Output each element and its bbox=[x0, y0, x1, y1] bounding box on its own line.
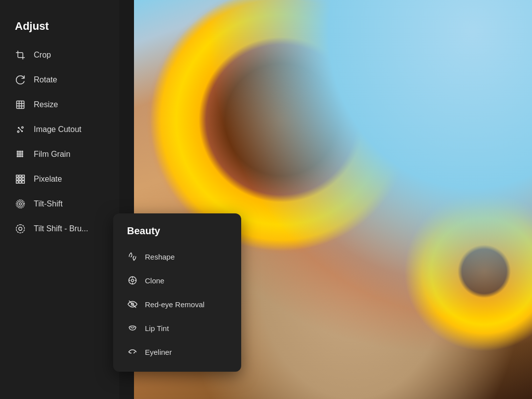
tilt-shift-icon bbox=[15, 199, 26, 209]
sidebar-title: Adjust bbox=[0, 0, 119, 43]
svg-point-17 bbox=[20, 156, 21, 157]
svg-rect-25 bbox=[16, 181, 18, 183]
svg-point-11 bbox=[17, 154, 18, 155]
sidebar-item-tilt-shift[interactable]: Tilt-Shift bbox=[0, 192, 119, 216]
sidebar-item-rotate[interactable]: Rotate bbox=[0, 67, 119, 92]
svg-point-12 bbox=[19, 154, 20, 155]
svg-point-28 bbox=[19, 203, 22, 205]
resize-icon bbox=[15, 99, 26, 110]
beauty-label-red-eye: Red-eye Removal bbox=[145, 300, 204, 309]
svg-point-15 bbox=[17, 156, 18, 157]
beauty-item-reshape[interactable]: Reshape bbox=[113, 245, 241, 268]
tilt-shift-brush-icon bbox=[15, 223, 26, 234]
clone-icon bbox=[127, 275, 138, 286]
sidebar-label-resize: Resize bbox=[34, 100, 58, 109]
sidebar-label-film-grain: Film Grain bbox=[34, 150, 70, 159]
rotate-icon bbox=[15, 74, 26, 85]
sidebar: Adjust Crop Rotate Resize Image Cutout bbox=[0, 0, 119, 399]
sidebar-item-resize[interactable]: Resize bbox=[0, 92, 119, 117]
eyeliner-icon bbox=[127, 346, 138, 357]
beauty-label-eyeliner: Eyeliner bbox=[145, 348, 172, 356]
pixelate-icon bbox=[15, 174, 26, 185]
sidebar-item-image-cutout[interactable]: Image Cutout bbox=[0, 117, 119, 142]
svg-point-7 bbox=[17, 153, 18, 154]
svg-point-8 bbox=[19, 153, 20, 154]
beauty-panel: Beauty Reshape Clone bbox=[113, 213, 241, 372]
lip-tint-icon bbox=[127, 323, 138, 333]
sidebar-label-tilt-shift: Tilt-Shift bbox=[34, 200, 63, 208]
beauty-item-eyeliner[interactable]: Eyeliner bbox=[113, 340, 241, 364]
beauty-item-clone[interactable]: Clone bbox=[113, 268, 241, 292]
svg-rect-20 bbox=[19, 175, 21, 177]
beauty-label-lip-tint: Lip Tint bbox=[145, 324, 169, 332]
svg-rect-0 bbox=[17, 101, 24, 109]
beauty-title: Beauty bbox=[113, 225, 241, 245]
svg-point-14 bbox=[22, 154, 23, 155]
film-grain-icon bbox=[15, 149, 26, 160]
svg-point-33 bbox=[132, 279, 134, 282]
svg-point-18 bbox=[22, 156, 23, 157]
svg-rect-26 bbox=[19, 181, 21, 183]
sidebar-item-crop[interactable]: Crop bbox=[0, 43, 119, 67]
cutout-icon bbox=[15, 124, 26, 135]
svg-point-10 bbox=[22, 153, 23, 154]
sidebar-label-tilt-shift-brush: Tilt Shift - Bru... bbox=[34, 224, 88, 233]
sidebar-label-image-cutout: Image Cutout bbox=[34, 125, 81, 134]
svg-rect-24 bbox=[22, 178, 24, 180]
svg-point-4 bbox=[19, 151, 20, 152]
svg-rect-21 bbox=[22, 175, 24, 177]
svg-point-16 bbox=[19, 156, 20, 157]
sidebar-item-film-grain[interactable]: Film Grain bbox=[0, 142, 119, 167]
sidebar-label-crop: Crop bbox=[34, 51, 51, 60]
sidebar-item-pixelate[interactable]: Pixelate bbox=[0, 167, 119, 192]
sidebar-label-rotate: Rotate bbox=[34, 75, 57, 84]
reshape-icon bbox=[127, 251, 138, 262]
beauty-item-red-eye[interactable]: Red-eye Removal bbox=[113, 292, 241, 316]
svg-point-9 bbox=[20, 153, 21, 154]
svg-rect-22 bbox=[16, 178, 18, 180]
beauty-label-clone: Clone bbox=[145, 276, 164, 285]
svg-rect-27 bbox=[22, 181, 24, 183]
sidebar-item-tilt-shift-brush[interactable]: Tilt Shift - Bru... bbox=[0, 216, 119, 241]
beauty-label-reshape: Reshape bbox=[145, 253, 175, 261]
svg-point-2 bbox=[22, 127, 23, 128]
svg-point-3 bbox=[17, 151, 18, 152]
svg-point-6 bbox=[22, 151, 23, 152]
svg-rect-19 bbox=[16, 175, 18, 177]
svg-point-5 bbox=[20, 151, 21, 152]
svg-rect-23 bbox=[19, 178, 21, 180]
svg-point-1 bbox=[17, 131, 19, 133]
sidebar-label-pixelate: Pixelate bbox=[34, 175, 62, 184]
svg-point-29 bbox=[17, 201, 23, 207]
red-eye-icon bbox=[127, 299, 138, 310]
beauty-item-lip-tint[interactable]: Lip Tint bbox=[113, 316, 241, 340]
svg-point-13 bbox=[20, 154, 21, 155]
crop-icon bbox=[15, 50, 26, 61]
svg-point-31 bbox=[19, 227, 22, 231]
